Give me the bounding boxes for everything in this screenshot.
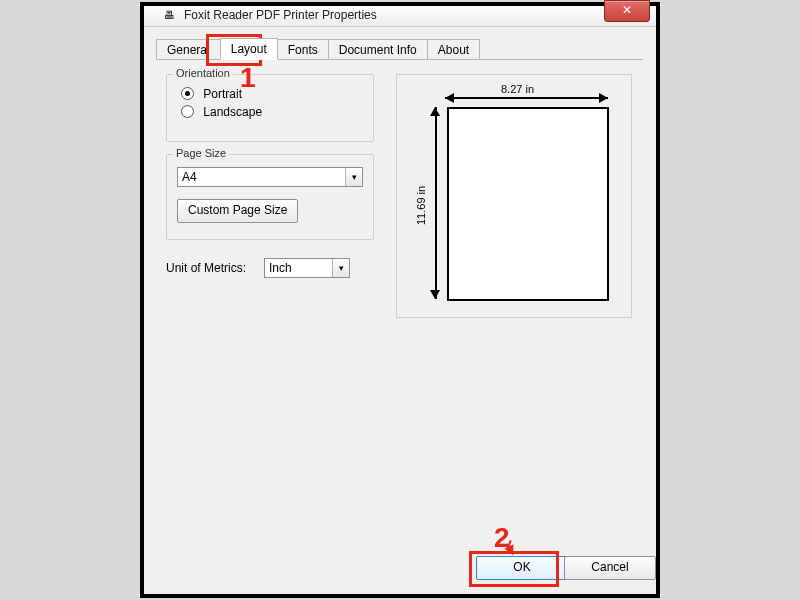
printer-icon: 🖶	[164, 9, 175, 21]
orientation-group: Orientation Portrait Landscape	[166, 74, 374, 142]
page-size-select[interactable]: A4 ▾	[177, 167, 363, 187]
tab-fonts[interactable]: Fonts	[277, 39, 329, 60]
page-height-label: 11.69 in	[415, 186, 427, 225]
dimension-line-left	[435, 107, 437, 299]
arrow-left-icon	[445, 93, 454, 103]
close-button[interactable]: ✕	[604, 0, 650, 22]
annotation-number-2: 2	[494, 522, 510, 554]
page-rect	[447, 107, 609, 301]
dimension-line-top	[445, 97, 608, 99]
chevron-down-icon: ▾	[345, 168, 362, 186]
titlebar: 🖶 Foxit Reader PDF Printer Properties ✕	[144, 6, 656, 27]
page-size-legend: Page Size	[173, 147, 229, 159]
radio-dot-icon	[181, 87, 194, 100]
arrow-right-icon	[599, 93, 608, 103]
unit-of-metrics-label: Unit of Metrics:	[166, 261, 246, 275]
stage: 🖶 Foxit Reader PDF Printer Properties ✕ …	[0, 0, 800, 600]
tab-general[interactable]: General	[156, 39, 221, 60]
unit-select[interactable]: Inch ▾	[264, 258, 350, 278]
page-width-label: 8.27 in	[501, 83, 534, 95]
arrow-down-icon	[430, 290, 440, 299]
tabstrip: General Layout Fonts Document Info About	[156, 38, 479, 60]
tab-document-info[interactable]: Document Info	[328, 39, 428, 60]
cancel-button[interactable]: Cancel	[564, 556, 656, 580]
annotation-arrow-line	[506, 540, 511, 550]
window-title: Foxit Reader PDF Printer Properties	[184, 8, 377, 22]
arrow-up-icon	[430, 107, 440, 116]
radio-landscape[interactable]: Landscape	[181, 105, 373, 119]
page-size-group: Page Size A4 ▾ Custom Page Size	[166, 154, 374, 240]
custom-page-size-button[interactable]: Custom Page Size	[177, 199, 298, 223]
tab-about[interactable]: About	[427, 39, 480, 60]
radio-landscape-label: Landscape	[203, 105, 262, 119]
orientation-legend: Orientation	[173, 67, 233, 79]
page-preview: 8.27 in 11.69 in	[396, 74, 632, 318]
ok-button[interactable]: OK	[476, 556, 568, 580]
radio-portrait-label: Portrait	[203, 87, 242, 101]
radio-dot-icon	[181, 105, 194, 118]
page-size-value: A4	[182, 170, 197, 184]
tab-layout[interactable]: Layout	[220, 38, 278, 60]
chevron-down-icon: ▾	[332, 259, 349, 277]
unit-value: Inch	[269, 261, 292, 275]
screenshot-frame: 🖶 Foxit Reader PDF Printer Properties ✕ …	[140, 2, 660, 598]
radio-portrait[interactable]: Portrait	[181, 87, 373, 101]
